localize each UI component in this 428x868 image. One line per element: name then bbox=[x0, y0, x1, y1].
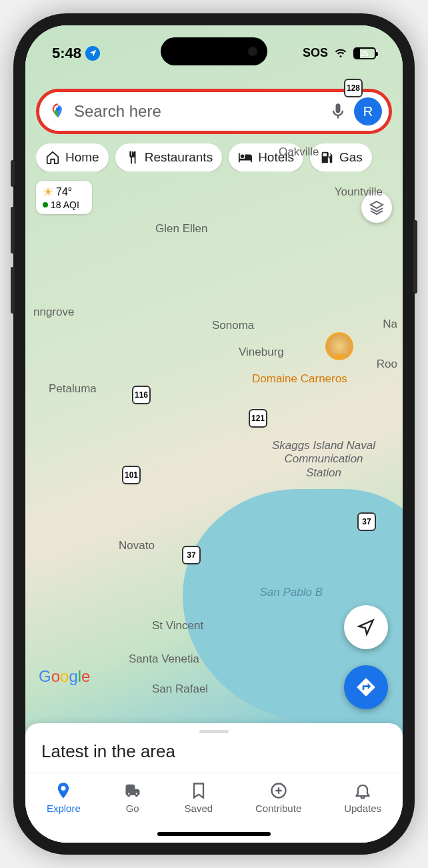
route-shield: 37 bbox=[182, 546, 201, 564]
hotel-icon bbox=[238, 150, 253, 165]
map-label: Oakville bbox=[279, 145, 319, 159]
screen: 5:48 SOS 25 Search here R bbox=[25, 25, 403, 843]
route-shield: 101 bbox=[122, 466, 141, 484]
location-services-icon bbox=[85, 46, 100, 61]
my-location-button[interactable] bbox=[344, 605, 388, 649]
side-button bbox=[11, 160, 15, 187]
microphone-icon[interactable] bbox=[329, 102, 347, 121]
search-highlight-annotation: Search here R bbox=[36, 89, 392, 134]
layers-icon bbox=[369, 199, 385, 215]
map-label: Glen Ellen bbox=[155, 222, 207, 236]
nav-go[interactable]: Go bbox=[123, 781, 142, 843]
wifi-icon bbox=[333, 47, 348, 59]
weather-widget[interactable]: ☀74° 18 AQI bbox=[36, 181, 92, 214]
directions-button[interactable] bbox=[344, 665, 388, 709]
nav-updates[interactable]: Updates bbox=[344, 781, 381, 843]
map-label: Santa Venetia bbox=[129, 653, 199, 666]
restaurant-icon bbox=[125, 150, 139, 165]
route-shield: 121 bbox=[249, 409, 267, 428]
temperature: 74° bbox=[56, 186, 72, 198]
battery-icon: 25 bbox=[353, 47, 376, 59]
saved-icon bbox=[189, 781, 208, 800]
sheet-title: Latest in the area bbox=[41, 741, 387, 762]
home-indicator[interactable] bbox=[157, 832, 271, 836]
updates-icon bbox=[353, 781, 372, 800]
home-icon bbox=[45, 150, 60, 165]
poi-marker[interactable] bbox=[325, 332, 353, 360]
map-label: Skaggs Island Naval Communication Statio… bbox=[272, 439, 375, 480]
sos-indicator: SOS bbox=[303, 46, 328, 60]
volume-up-button bbox=[11, 207, 15, 254]
route-shield: 128 bbox=[344, 79, 363, 97]
sheet-drag-handle[interactable] bbox=[199, 730, 229, 733]
map-poi-label[interactable]: Domaine Carneros bbox=[252, 372, 347, 386]
google-logo: Google bbox=[39, 667, 90, 686]
search-bar[interactable]: Search here R bbox=[39, 92, 389, 131]
map-label: San Rafael bbox=[152, 683, 208, 696]
route-shield: 116 bbox=[132, 386, 151, 404]
route-shield: 37 bbox=[357, 512, 376, 531]
map-label: nngrove bbox=[33, 306, 74, 319]
svg-point-0 bbox=[56, 107, 60, 111]
chip-gas[interactable]: Gas bbox=[310, 143, 372, 171]
map-label: St Vincent bbox=[152, 619, 203, 632]
nav-explore[interactable]: Explore bbox=[47, 781, 81, 843]
search-input[interactable]: Search here bbox=[74, 102, 322, 121]
map-label: San Pablo B bbox=[259, 586, 323, 599]
go-icon bbox=[123, 781, 142, 800]
map-label: Vineburg bbox=[239, 346, 284, 359]
chip-home[interactable]: Home bbox=[36, 143, 109, 171]
phone-frame: 5:48 SOS 25 Search here R bbox=[13, 13, 415, 855]
map-label: Yountville bbox=[335, 185, 383, 199]
navigation-arrow-icon bbox=[357, 618, 375, 636]
volume-down-button bbox=[11, 267, 15, 314]
map-label: Novato bbox=[119, 539, 155, 552]
directions-icon bbox=[355, 677, 377, 698]
sun-icon: ☀ bbox=[43, 185, 53, 199]
power-button bbox=[413, 220, 417, 294]
status-time: 5:48 bbox=[52, 45, 81, 62]
explore-icon bbox=[54, 781, 73, 800]
battery-percentage: 25 bbox=[361, 49, 368, 57]
map-label: Petaluma bbox=[49, 382, 97, 396]
gas-icon bbox=[319, 150, 334, 165]
account-avatar[interactable]: R bbox=[354, 97, 382, 125]
map-label: Roo bbox=[377, 358, 397, 371]
aqi-value: 18 AQI bbox=[51, 199, 79, 210]
dynamic-island bbox=[161, 37, 267, 65]
google-maps-pin-icon bbox=[49, 102, 67, 121]
category-chips-row[interactable]: Home Restaurants Hotels Gas bbox=[36, 143, 392, 171]
map-label: Na bbox=[383, 318, 397, 331]
chip-restaurants[interactable]: Restaurants bbox=[115, 143, 222, 171]
contribute-icon bbox=[269, 781, 288, 800]
bottom-sheet[interactable]: Latest in the area bbox=[25, 723, 403, 773]
map-label: Sonoma bbox=[212, 319, 254, 332]
aqi-dot-icon bbox=[43, 202, 48, 207]
